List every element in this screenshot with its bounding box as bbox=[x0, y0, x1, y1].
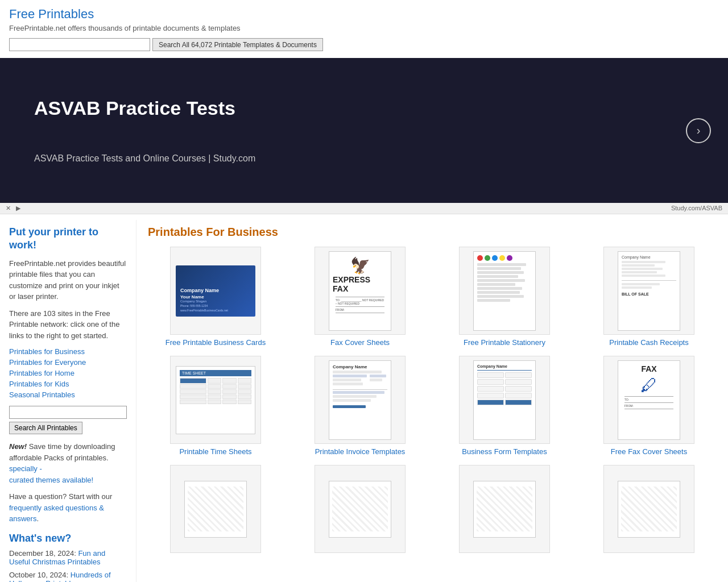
grid-item-cash-receipts: Company Name BILL OF SALE Printable Cash… bbox=[581, 247, 717, 347]
timesheet-preview: TIME SHEET bbox=[176, 366, 255, 434]
sidebar-link-everyone[interactable]: Printables for Everyone bbox=[9, 358, 86, 367]
link-invoices[interactable]: Printable Invoice Templates bbox=[315, 447, 406, 456]
thumb-bottom-3[interactable] bbox=[459, 465, 550, 553]
site-subtitle: FreePrintable.net offers thousands of pr… bbox=[9, 24, 719, 32]
link-time-sheets[interactable]: Printable Time Sheets bbox=[179, 447, 251, 456]
main-layout: Put your printer to work! FreePrintable.… bbox=[0, 214, 728, 582]
sidebar-item-seasonal[interactable]: Seasonal Printables bbox=[9, 390, 127, 399]
sidebar-search-button[interactable]: Search All Printables bbox=[9, 422, 82, 434]
specially-text: specially - bbox=[9, 464, 42, 473]
new-packs-text: New! Save time by downloading affordable… bbox=[9, 441, 127, 485]
stationery-preview bbox=[473, 251, 536, 331]
whats-new-heading: What's new? bbox=[9, 533, 127, 544]
sidebar-link-home[interactable]: Printables for Home bbox=[9, 369, 75, 377]
sidebar-search-input[interactable] bbox=[9, 406, 127, 419]
thumb-bottom-1[interactable] bbox=[170, 465, 261, 553]
ad-banner-content: ASVAB Practice Tests ASVAB Practice Test… bbox=[34, 97, 255, 164]
thumb-bottom-2[interactable] bbox=[315, 465, 406, 553]
news-date-2: October 10, 2024: bbox=[9, 571, 68, 579]
link-business-cards[interactable]: Free Printable Business Cards bbox=[166, 338, 266, 347]
sidebar-desc1: FreePrintable.net provides beautiful pri… bbox=[9, 258, 127, 302]
sidebar-link-kids[interactable]: Printables for Kids bbox=[9, 380, 69, 388]
grid-item-stationery: Free Printable Stationery bbox=[437, 247, 572, 347]
sidebar-item-kids[interactable]: Printables for Kids bbox=[9, 379, 127, 388]
news-date-1: December 18, 2024: bbox=[9, 549, 76, 558]
link-cash-receipts[interactable]: Printable Cash Receipts bbox=[609, 338, 688, 347]
sidebar-link-business[interactable]: Printables for Business bbox=[9, 347, 85, 356]
new-link-text: curated themes available! bbox=[9, 476, 93, 484]
grid-item-bottom-2 bbox=[292, 465, 428, 556]
news-entry-2: October 10, 2024: Hundreds of Halloween … bbox=[9, 571, 127, 582]
fax-cover-preview: 🦅 EXPRESS FAX TO: _____________ NOT REQU… bbox=[329, 251, 391, 331]
ad-footer: ✕ ▶ Study.com/ASVAB bbox=[0, 203, 728, 214]
grid-item-free-fax: FAX 🖊 TO: FROM: Free Fax Cover Sheets bbox=[581, 356, 717, 456]
ad-info-icon[interactable]: ▶ bbox=[16, 205, 20, 211]
link-biz-forms[interactable]: Business Form Templates bbox=[462, 447, 547, 456]
grid-item-bottom-1 bbox=[148, 465, 283, 556]
thumb-time-sheets[interactable]: TIME SHEET bbox=[170, 356, 261, 444]
printables-grid: Company Name Your Name Company Slogan Ph… bbox=[148, 247, 717, 556]
thumb-fax-cover[interactable]: 🦅 EXPRESS FAX TO: _____________ NOT REQU… bbox=[315, 247, 406, 335]
sidebar-search: Search All Printables bbox=[9, 406, 127, 434]
search-bar: Search All 64,072 Printable Templates & … bbox=[9, 38, 719, 51]
close-icon[interactable]: ✕ bbox=[6, 205, 11, 211]
freefax-preview: FAX 🖊 TO: FROM: bbox=[618, 360, 680, 440]
bizform-preview: Company Name bbox=[473, 360, 536, 440]
sidebar-item-business[interactable]: Printables for Business bbox=[9, 347, 127, 356]
news-entry-1: December 18, 2024: Fun and Useful Christ… bbox=[9, 549, 127, 566]
search-button[interactable]: Search All 64,072 Printable Templates & … bbox=[152, 38, 323, 51]
ad-url: Study.com/ASVAB bbox=[671, 205, 722, 212]
new-label: New! bbox=[9, 442, 27, 451]
ad-banner-title: ASVAB Practice Tests bbox=[34, 97, 255, 119]
biz-card-preview: Company Name Your Name Company Slogan Ph… bbox=[176, 265, 255, 317]
thumb-free-fax[interactable]: FAX 🖊 TO: FROM: bbox=[603, 356, 694, 444]
faq-text: Have a question? Start with our frequent… bbox=[9, 491, 127, 525]
grid-item-invoices: Company Name bbox=[292, 356, 428, 456]
thumb-invoices[interactable]: Company Name bbox=[315, 356, 406, 444]
thumb-business-cards[interactable]: Company Name Your Name Company Slogan Ph… bbox=[170, 247, 261, 335]
ad-next-button[interactable]: › bbox=[686, 118, 711, 143]
ad-banner-subtitle: ASVAB Practice Tests and Online Courses … bbox=[34, 153, 255, 164]
grid-item-bottom-4 bbox=[581, 465, 717, 556]
sidebar-item-home[interactable]: Printables for Home bbox=[9, 368, 127, 377]
thumb-biz-forms[interactable]: Company Name bbox=[459, 356, 550, 444]
grid-item-fax-cover: 🦅 EXPRESS FAX TO: _____________ NOT REQU… bbox=[292, 247, 428, 347]
ad-icons: ✕ ▶ bbox=[6, 205, 20, 212]
grid-item-time-sheets: TIME SHEET bbox=[148, 356, 283, 456]
grid-item-bottom-3 bbox=[437, 465, 572, 556]
search-input[interactable] bbox=[9, 38, 150, 51]
grid-item-business-cards: Company Name Your Name Company Slogan Ph… bbox=[148, 247, 283, 347]
sidebar-item-everyone[interactable]: Printables for Everyone bbox=[9, 357, 127, 367]
grid-item-biz-forms: Company Name bbox=[437, 356, 572, 456]
sidebar: Put your printer to work! FreePrintable.… bbox=[0, 220, 136, 582]
sidebar-heading: Put your printer to work! bbox=[9, 226, 127, 252]
sidebar-link-seasonal[interactable]: Seasonal Printables bbox=[9, 390, 75, 399]
faq-link[interactable]: frequently asked questions & answers bbox=[9, 504, 104, 523]
thumb-cash-receipts[interactable]: Company Name BILL OF SALE bbox=[603, 247, 694, 335]
link-stationery[interactable]: Free Printable Stationery bbox=[464, 338, 545, 347]
new-link[interactable]: specially - curated themes available! bbox=[9, 464, 93, 484]
ad-banner: ASVAB Practice Tests ASVAB Practice Test… bbox=[0, 58, 728, 203]
site-title[interactable]: Free Printables bbox=[9, 7, 719, 22]
receipt-preview: Company Name BILL OF SALE bbox=[618, 251, 680, 331]
thumb-bottom-4[interactable] bbox=[603, 465, 694, 553]
content-heading: Printables For Business bbox=[148, 226, 717, 239]
invoice-preview: Company Name bbox=[329, 360, 391, 440]
whats-new-section: What's new? December 18, 2024: Fun and U… bbox=[9, 533, 127, 582]
content-area: Printables For Business Company Name You… bbox=[136, 220, 728, 582]
link-free-fax[interactable]: Free Fax Cover Sheets bbox=[611, 447, 687, 456]
sidebar-nav: Printables for Business Printables for E… bbox=[9, 347, 127, 399]
link-fax-cover[interactable]: Fax Cover Sheets bbox=[330, 338, 390, 347]
header: Free Printables FreePrintable.net offers… bbox=[0, 0, 728, 58]
thumb-stationery[interactable] bbox=[459, 247, 550, 335]
sidebar-desc2: There are 103 sites in the Free Printabl… bbox=[9, 308, 127, 342]
